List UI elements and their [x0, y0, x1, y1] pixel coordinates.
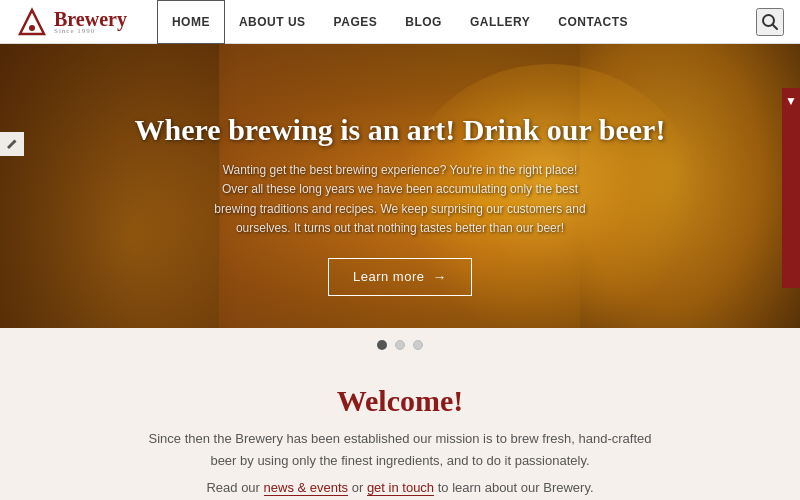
edit-icon: [6, 138, 18, 150]
slide-navigation: [0, 328, 800, 362]
svg-line-3: [773, 24, 778, 29]
logo-icon: [16, 6, 48, 38]
nav-home[interactable]: HOME: [157, 0, 225, 44]
scroll-arrow[interactable]: ▼: [782, 88, 800, 288]
search-icon: [761, 13, 779, 31]
nav-pages[interactable]: PAGES: [320, 0, 392, 44]
slide-dot-2[interactable]: [395, 340, 405, 350]
logo[interactable]: Brewery Since 1990: [16, 6, 127, 38]
hero-subtitle-line1: Wanting get the best brewing experience?…: [223, 163, 578, 177]
nav-gallery[interactable]: GALLERY: [456, 0, 544, 44]
slide-dot-1[interactable]: [377, 340, 387, 350]
welcome-title: Welcome!: [100, 384, 700, 418]
get-in-touch-link[interactable]: get in touch: [367, 480, 434, 496]
edit-button[interactable]: [0, 132, 24, 156]
nav-blog[interactable]: BLOG: [391, 0, 456, 44]
hero-subtitle: Wanting get the best brewing experience?…: [210, 161, 590, 238]
news-events-link[interactable]: news & events: [264, 480, 349, 496]
main-nav: HOME ABOUT US PAGES BLOG GALLERY CONTACT…: [157, 0, 756, 44]
slide-dot-3[interactable]: [413, 340, 423, 350]
hero-section: ▼ Where brewing is an art! Drink our bee…: [0, 44, 800, 362]
bottom-text: to learn about our Brewery.: [434, 480, 593, 495]
nav-about[interactable]: ABOUT US: [225, 0, 320, 44]
header: Brewery Since 1990 HOME ABOUT US PAGES B…: [0, 0, 800, 44]
welcome-links: Read our news & events or get in touch t…: [100, 480, 700, 495]
search-button[interactable]: [756, 8, 784, 36]
learn-more-button[interactable]: Learn more →: [328, 258, 472, 296]
arrow-down-icon: ▼: [785, 94, 797, 109]
hero-content: Where brewing is an art! Drink our beer!…: [0, 44, 800, 362]
read-our-text: Read our: [206, 480, 263, 495]
nav-contacts[interactable]: CONTACTS: [544, 0, 642, 44]
arrow-right-icon: →: [432, 269, 447, 285]
hero-subtitle-body: Over all these long years we have been a…: [214, 182, 585, 234]
learn-more-label: Learn more: [353, 269, 424, 284]
hero-title: Where brewing is an art! Drink our beer!: [135, 110, 666, 149]
or-text: or: [348, 480, 367, 495]
welcome-section: Welcome! Since then the Brewery has been…: [0, 362, 800, 500]
logo-text-group: Brewery Since 1990: [54, 8, 127, 35]
svg-point-1: [29, 25, 35, 31]
welcome-text: Since then the Brewery has been establis…: [140, 428, 660, 472]
